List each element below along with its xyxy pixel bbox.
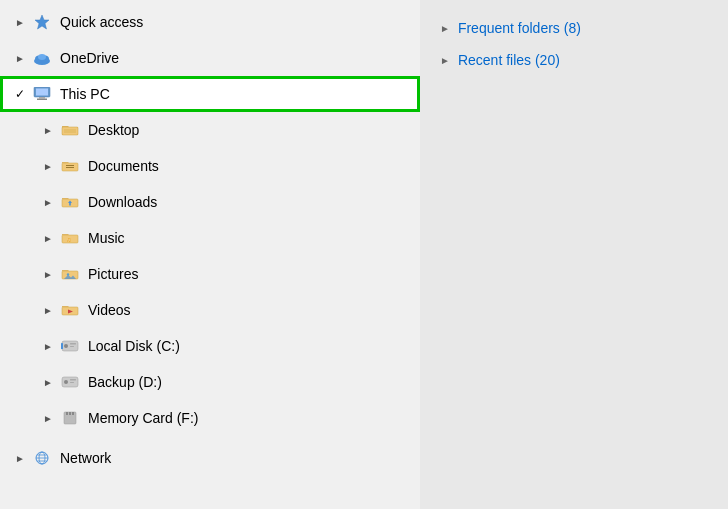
frequent-folders-link[interactable]: ► Frequent folders (8) [436,12,712,44]
chevron-right-icon: ► [40,122,56,138]
svg-rect-7 [39,97,45,99]
chevron-right-icon: ► [12,50,28,66]
memory-card-icon [60,410,80,426]
sidebar-item-label: Memory Card (F:) [88,410,198,426]
left-nav-panel: ► Quick access ► OneDrive ✓ This PC ► De… [0,0,420,509]
sidebar-item-label: Quick access [60,14,143,30]
svg-rect-6 [36,89,48,96]
recent-files-link[interactable]: ► Recent files (20) [436,44,712,76]
chevron-right-icon: ► [40,338,56,354]
frequent-folders-label: Frequent folders (8) [458,20,581,36]
sidebar-item-label: Backup (D:) [88,374,162,390]
svg-point-29 [64,380,68,384]
sidebar-item-onedrive[interactable]: ► OneDrive [0,40,420,76]
sidebar-item-pictures[interactable]: ► Pictures [0,256,420,292]
right-content-panel: ► Frequent folders (8) ► Recent files (2… [420,0,728,509]
checkmark-icon: ✓ [12,87,28,101]
chevron-right-icon: ► [440,55,450,66]
svg-rect-31 [70,382,74,383]
svg-rect-12 [66,165,74,166]
sidebar-item-quick-access[interactable]: ► Quick access [0,4,420,40]
sidebar-item-label: Pictures [88,266,139,282]
folder-music-icon: ♫ [60,230,80,246]
folder-desktop-icon [60,122,80,138]
cloud-icon [32,50,52,66]
svg-rect-27 [61,343,63,349]
svg-text:♫: ♫ [66,236,71,243]
star-icon [32,14,52,30]
svg-rect-34 [69,412,71,415]
chevron-right-icon: ► [440,23,450,34]
sidebar-item-desktop[interactable]: ► Desktop [0,112,420,148]
sidebar-item-label: Local Disk (C:) [88,338,180,354]
sidebar-item-music[interactable]: ► ♫ Music [0,220,420,256]
svg-rect-26 [70,346,74,347]
chevron-right-icon: ► [40,410,56,426]
sidebar-item-label: This PC [60,86,110,102]
chevron-right-icon: ► [40,302,56,318]
chevron-right-icon: ► [40,194,56,210]
folder-pictures-icon [60,266,80,282]
svg-rect-25 [70,343,76,345]
sidebar-item-label: Network [60,450,111,466]
svg-rect-33 [66,412,68,415]
sidebar-item-videos[interactable]: ► Videos [0,292,420,328]
sidebar-item-documents[interactable]: ► Documents [0,148,420,184]
sidebar-item-label: OneDrive [60,50,119,66]
folder-documents-icon [60,158,80,174]
svg-rect-35 [72,412,74,415]
sidebar-item-label: Documents [88,158,159,174]
sidebar-item-label: Downloads [88,194,157,210]
svg-rect-10 [64,129,76,133]
svg-point-24 [64,344,68,348]
sidebar-item-backup[interactable]: ► Backup (D:) [0,364,420,400]
chevron-right-icon: ► [40,266,56,282]
folder-downloads-icon [60,194,80,210]
sidebar-item-local-disk[interactable]: ► Local Disk (C:) [0,328,420,364]
folder-videos-icon [60,302,80,318]
computer-icon [32,86,52,102]
chevron-right-icon: ► [12,450,28,466]
svg-rect-8 [37,99,47,101]
disk-backup-icon [60,374,80,390]
network-icon [32,450,52,466]
sidebar-item-label: Desktop [88,122,139,138]
sidebar-item-this-pc[interactable]: ✓ This PC [0,76,420,112]
sidebar-item-label: Videos [88,302,131,318]
sidebar-item-label: Music [88,230,125,246]
sidebar-item-memory-card[interactable]: ► Memory Card (F:) [0,400,420,436]
disk-icon [60,338,80,354]
chevron-right-icon: ► [40,230,56,246]
sidebar-item-downloads[interactable]: ► Downloads [0,184,420,220]
chevron-right-icon: ► [12,14,28,30]
chevron-right-icon: ► [40,374,56,390]
svg-rect-13 [66,167,74,168]
recent-files-label: Recent files (20) [458,52,560,68]
svg-rect-30 [70,379,76,381]
sidebar-item-network[interactable]: ► Network [0,440,420,476]
svg-marker-0 [35,15,49,29]
svg-point-4 [38,54,46,60]
chevron-right-icon: ► [40,158,56,174]
